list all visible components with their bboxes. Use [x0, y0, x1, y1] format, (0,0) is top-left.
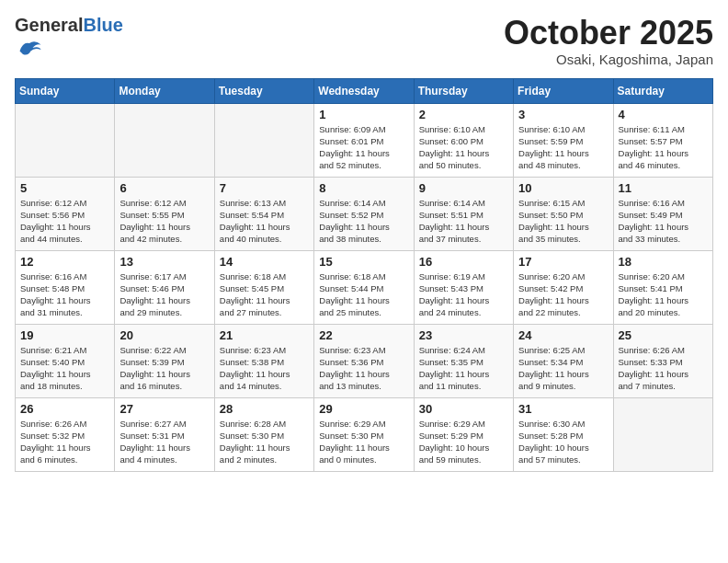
col-header-monday: Monday: [115, 78, 214, 103]
day-cell: 11Sunrise: 6:16 AMSunset: 5:49 PMDayligh…: [613, 177, 712, 250]
day-cell: 21Sunrise: 6:23 AMSunset: 5:38 PMDayligh…: [214, 324, 313, 397]
day-info: Sunrise: 6:16 AMSunset: 5:49 PMDaylight:…: [619, 197, 708, 246]
day-number: 3: [518, 108, 608, 121]
day-info: Sunrise: 6:18 AMSunset: 5:45 PMDaylight:…: [220, 270, 309, 319]
day-cell: 9Sunrise: 6:14 AMSunset: 5:51 PMDaylight…: [414, 177, 513, 250]
day-info: Sunrise: 6:23 AMSunset: 5:36 PMDaylight:…: [319, 344, 408, 393]
day-cell: 22Sunrise: 6:23 AMSunset: 5:36 PMDayligh…: [314, 324, 414, 397]
day-info: Sunrise: 6:23 AMSunset: 5:38 PMDaylight:…: [220, 344, 309, 393]
day-info: Sunrise: 6:12 AMSunset: 5:56 PMDaylight:…: [20, 197, 109, 246]
day-number: 24: [518, 328, 608, 342]
logo: GeneralBlue: [15, 15, 123, 64]
day-info: Sunrise: 6:26 AMSunset: 5:32 PMDaylight:…: [20, 418, 109, 466]
col-header-saturday: Saturday: [613, 78, 712, 103]
day-number: 8: [319, 181, 408, 195]
day-number: 5: [20, 181, 109, 195]
day-cell: 15Sunrise: 6:18 AMSunset: 5:44 PMDayligh…: [314, 250, 414, 324]
day-cell: 29Sunrise: 6:29 AMSunset: 5:30 PMDayligh…: [314, 397, 414, 471]
day-number: 6: [119, 181, 209, 195]
day-number: 25: [619, 328, 708, 342]
day-cell: 26Sunrise: 6:26 AMSunset: 5:32 PMDayligh…: [16, 397, 115, 471]
day-info: Sunrise: 6:20 AMSunset: 5:41 PMDaylight:…: [619, 270, 708, 319]
day-number: 15: [319, 255, 408, 269]
day-info: Sunrise: 6:30 AMSunset: 5:28 PMDaylight:…: [518, 418, 608, 466]
day-info: Sunrise: 6:10 AMSunset: 6:00 PMDaylight:…: [419, 123, 508, 172]
day-number: 4: [619, 108, 708, 121]
day-cell: [16, 103, 115, 177]
location-subtitle: Osaki, Kagoshima, Japan: [504, 52, 713, 67]
day-number: 2: [419, 108, 508, 121]
day-cell: 4Sunrise: 6:11 AMSunset: 5:57 PMDaylight…: [613, 103, 712, 177]
day-info: Sunrise: 6:21 AMSunset: 5:40 PMDaylight:…: [20, 344, 109, 393]
day-cell: 1Sunrise: 6:09 AMSunset: 6:01 PMDaylight…: [314, 103, 414, 177]
day-cell: 31Sunrise: 6:30 AMSunset: 5:28 PMDayligh…: [514, 397, 613, 471]
logo-general-text: General: [15, 15, 83, 35]
day-number: 22: [319, 328, 408, 342]
day-info: Sunrise: 6:18 AMSunset: 5:44 PMDaylight:…: [319, 270, 408, 319]
day-info: Sunrise: 6:13 AMSunset: 5:54 PMDaylight:…: [220, 197, 309, 246]
col-header-wednesday: Wednesday: [314, 78, 414, 103]
day-cell: 16Sunrise: 6:19 AMSunset: 5:43 PMDayligh…: [414, 250, 513, 324]
day-number: 19: [20, 328, 109, 342]
logo-blue-text: Blue: [83, 15, 122, 35]
day-number: 9: [419, 181, 508, 195]
day-info: Sunrise: 6:17 AMSunset: 5:46 PMDaylight:…: [119, 270, 209, 319]
day-number: 7: [220, 181, 309, 195]
day-number: 11: [619, 181, 708, 195]
day-number: 28: [220, 402, 309, 416]
day-number: 20: [119, 328, 209, 342]
day-info: Sunrise: 6:28 AMSunset: 5:30 PMDaylight:…: [220, 418, 309, 466]
day-number: 30: [419, 402, 508, 416]
day-number: 31: [518, 402, 608, 416]
day-number: 29: [319, 402, 408, 416]
day-cell: 23Sunrise: 6:24 AMSunset: 5:35 PMDayligh…: [414, 324, 513, 397]
day-cell: 17Sunrise: 6:20 AMSunset: 5:42 PMDayligh…: [514, 250, 613, 324]
week-row-3: 12Sunrise: 6:16 AMSunset: 5:48 PMDayligh…: [16, 250, 713, 324]
month-title: October 2025: [504, 15, 713, 52]
day-cell: 6Sunrise: 6:12 AMSunset: 5:55 PMDaylight…: [115, 177, 214, 250]
day-number: 23: [419, 328, 508, 342]
calendar-table: SundayMondayTuesdayWednesdayThursdayFrid…: [15, 78, 713, 472]
day-cell: 3Sunrise: 6:10 AMSunset: 5:59 PMDaylight…: [514, 103, 613, 177]
day-info: Sunrise: 6:25 AMSunset: 5:34 PMDaylight:…: [518, 344, 608, 393]
day-info: Sunrise: 6:20 AMSunset: 5:42 PMDaylight:…: [518, 270, 608, 319]
day-cell: 12Sunrise: 6:16 AMSunset: 5:48 PMDayligh…: [16, 250, 115, 324]
day-cell: 30Sunrise: 6:29 AMSunset: 5:29 PMDayligh…: [414, 397, 513, 471]
day-info: Sunrise: 6:19 AMSunset: 5:43 PMDaylight:…: [419, 270, 508, 319]
day-number: 10: [518, 181, 608, 195]
day-info: Sunrise: 6:14 AMSunset: 5:52 PMDaylight:…: [319, 197, 408, 246]
day-cell: 14Sunrise: 6:18 AMSunset: 5:45 PMDayligh…: [214, 250, 313, 324]
day-cell: 20Sunrise: 6:22 AMSunset: 5:39 PMDayligh…: [115, 324, 214, 397]
col-header-tuesday: Tuesday: [214, 78, 313, 103]
col-header-thursday: Thursday: [414, 78, 513, 103]
week-row-4: 19Sunrise: 6:21 AMSunset: 5:40 PMDayligh…: [16, 324, 713, 397]
day-info: Sunrise: 6:15 AMSunset: 5:50 PMDaylight:…: [518, 197, 608, 246]
day-info: Sunrise: 6:29 AMSunset: 5:30 PMDaylight:…: [319, 418, 408, 466]
day-number: 26: [20, 402, 109, 416]
day-info: Sunrise: 6:11 AMSunset: 5:57 PMDaylight:…: [619, 123, 708, 172]
day-number: 16: [419, 255, 508, 269]
day-cell: 19Sunrise: 6:21 AMSunset: 5:40 PMDayligh…: [16, 324, 115, 397]
day-cell: 25Sunrise: 6:26 AMSunset: 5:33 PMDayligh…: [613, 324, 712, 397]
day-info: Sunrise: 6:26 AMSunset: 5:33 PMDaylight:…: [619, 344, 708, 393]
day-info: Sunrise: 6:10 AMSunset: 5:59 PMDaylight:…: [518, 123, 608, 172]
day-number: 1: [319, 108, 408, 121]
day-number: 21: [220, 328, 309, 342]
week-row-2: 5Sunrise: 6:12 AMSunset: 5:56 PMDaylight…: [16, 177, 713, 250]
day-cell: [613, 397, 712, 471]
day-cell: 8Sunrise: 6:14 AMSunset: 5:52 PMDaylight…: [314, 177, 414, 250]
day-cell: 10Sunrise: 6:15 AMSunset: 5:50 PMDayligh…: [514, 177, 613, 250]
day-info: Sunrise: 6:29 AMSunset: 5:29 PMDaylight:…: [419, 418, 508, 466]
day-info: Sunrise: 6:24 AMSunset: 5:35 PMDaylight:…: [419, 344, 508, 393]
day-info: Sunrise: 6:22 AMSunset: 5:39 PMDaylight:…: [119, 344, 209, 393]
day-cell: 18Sunrise: 6:20 AMSunset: 5:41 PMDayligh…: [613, 250, 712, 324]
logo-bird-icon: [17, 35, 42, 61]
day-cell: 2Sunrise: 6:10 AMSunset: 6:00 PMDaylight…: [414, 103, 513, 177]
week-row-5: 26Sunrise: 6:26 AMSunset: 5:32 PMDayligh…: [16, 397, 713, 471]
week-row-1: 1Sunrise: 6:09 AMSunset: 6:01 PMDaylight…: [16, 103, 713, 177]
day-cell: 27Sunrise: 6:27 AMSunset: 5:31 PMDayligh…: [115, 397, 214, 471]
day-cell: 24Sunrise: 6:25 AMSunset: 5:34 PMDayligh…: [514, 324, 613, 397]
calendar-header-row: SundayMondayTuesdayWednesdayThursdayFrid…: [16, 78, 713, 103]
title-block: October 2025 Osaki, Kagoshima, Japan: [504, 15, 713, 67]
day-number: 17: [518, 255, 608, 269]
